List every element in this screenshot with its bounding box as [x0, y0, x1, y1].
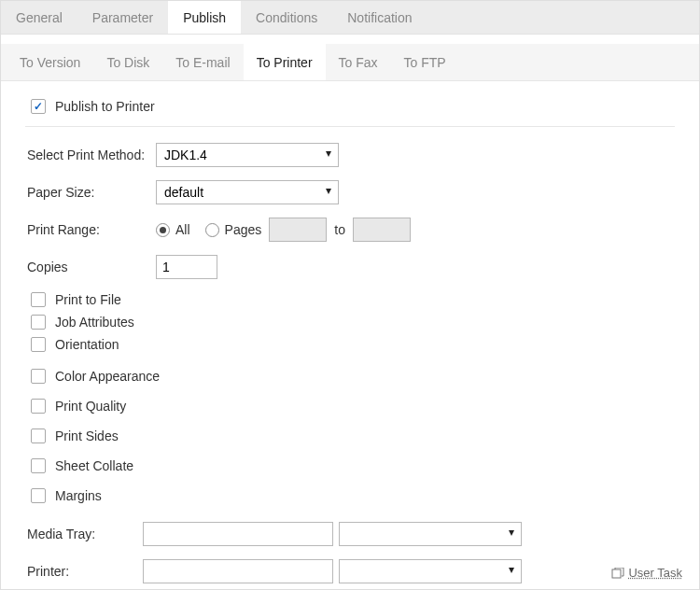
label-margins: Margins — [55, 488, 102, 503]
label-all: All — [175, 222, 190, 237]
tab-parameter[interactable]: Parameter — [77, 1, 168, 34]
select-print-method[interactable]: JDK1.4 — [156, 143, 339, 167]
label-color-appearance: Color Appearance — [55, 369, 160, 384]
label-print-method: Select Print Method: — [27, 148, 156, 162]
tab-to-fax[interactable]: To Fax — [326, 44, 391, 80]
select-paper-size[interactable]: default — [156, 180, 339, 204]
select-media-tray[interactable] — [339, 522, 522, 546]
tab-to-email[interactable]: To E-mail — [162, 44, 243, 80]
tab-to-printer[interactable]: To Printer — [244, 44, 326, 80]
label-printer: Printer: — [27, 564, 143, 579]
label-pages: Pages — [225, 222, 262, 237]
label-print-range: Print Range: — [27, 222, 156, 237]
label-to: to — [334, 222, 345, 237]
label-job-attributes: Job Attributes — [55, 315, 134, 330]
tab-to-disk[interactable]: To Disk — [93, 44, 162, 80]
check-color-appearance[interactable] — [31, 369, 46, 384]
label-orientation: Orientation — [55, 337, 119, 352]
row-media-tray: Media Tray: — [27, 519, 675, 549]
select-printer-wrap — [339, 559, 522, 583]
tab-to-ftp[interactable]: To FTP — [391, 44, 459, 80]
tab-to-ftp-label: To FTP — [404, 55, 446, 70]
user-task-icon — [611, 568, 624, 582]
checkbox-group-1: Print to File Job Attributes Orientation — [27, 289, 675, 355]
tabbar-secondary: To Version To Disk To E-mail To Printer … — [1, 44, 699, 81]
dialog-window: General Parameter Publish Conditions Not… — [0, 0, 700, 590]
svg-rect-0 — [612, 569, 621, 578]
select-print-method-wrap: JDK1.4 — [156, 143, 339, 167]
tab-notification[interactable]: Notification — [332, 1, 427, 34]
row-paper-size: Paper Size: default — [27, 177, 675, 207]
check-print-to-file[interactable] — [31, 292, 46, 307]
label-print-to-file: Print to File — [55, 292, 121, 307]
check-print-quality[interactable] — [31, 399, 46, 414]
input-range-from[interactable] — [269, 218, 327, 242]
tab-publish-label: Publish — [183, 10, 226, 25]
tab-parameter-label: Parameter — [92, 10, 153, 25]
tab-to-version-label: To Version — [20, 55, 80, 70]
tab-to-printer-label: To Printer — [257, 55, 313, 70]
tab-conditions-label: Conditions — [256, 10, 317, 25]
label-media-tray: Media Tray: — [27, 527, 143, 541]
label-sheet-collate: Sheet Collate — [55, 458, 133, 473]
check-job-attributes[interactable] — [31, 315, 46, 330]
row-print-method: Select Print Method: JDK1.4 — [27, 140, 675, 170]
publish-to-printer-row: Publish to Printer — [25, 92, 675, 127]
select-paper-size-wrap: default — [156, 180, 339, 204]
radio-print-range-all[interactable] — [156, 223, 170, 237]
input-printer[interactable] — [143, 559, 333, 583]
check-sheet-collate[interactable] — [31, 458, 46, 473]
tab-to-version[interactable]: To Version — [7, 44, 93, 80]
check-margins[interactable] — [31, 488, 46, 503]
input-media-tray[interactable] — [143, 522, 333, 546]
tab-publish[interactable]: Publish — [168, 1, 241, 34]
tab-conditions[interactable]: Conditions — [241, 1, 332, 34]
check-orientation[interactable] — [31, 337, 46, 352]
tabbar-primary: General Parameter Publish Conditions Not… — [1, 1, 699, 35]
checkbox-group-2: Color Appearance Print Quality Print Sid… — [27, 362, 675, 510]
user-task-link[interactable]: User Task — [628, 566, 682, 580]
tab-to-fax-label: To Fax — [339, 55, 378, 70]
label-paper-size: Paper Size: — [27, 185, 156, 200]
select-printer[interactable] — [339, 559, 522, 583]
label-print-sides: Print Sides — [55, 428, 119, 443]
publish-to-printer-checkbox[interactable] — [31, 99, 46, 114]
label-copies: Copies — [27, 260, 156, 274]
tab-to-email-label: To E-mail — [175, 55, 230, 70]
row-print-range: Print Range: All Pages to — [27, 215, 675, 245]
radio-print-range-pages[interactable] — [205, 223, 219, 237]
tab-general[interactable]: General — [1, 1, 77, 34]
check-print-sides[interactable] — [31, 428, 46, 443]
tab-general-label: General — [16, 10, 63, 25]
input-range-to[interactable] — [353, 218, 411, 242]
label-print-quality: Print Quality — [55, 399, 126, 414]
row-printer: Printer: — [27, 556, 675, 586]
input-copies[interactable] — [156, 255, 217, 279]
footer: User Task — [611, 566, 682, 582]
tab-notification-label: Notification — [347, 10, 412, 25]
publish-to-printer-panel: Publish to Printer Select Print Method: … — [1, 81, 699, 586]
select-media-tray-wrap — [339, 522, 522, 546]
printer-form: Select Print Method: JDK1.4 Paper Size: … — [25, 140, 675, 586]
tab-to-disk-label: To Disk — [106, 55, 149, 70]
publish-to-printer-label: Publish to Printer — [55, 99, 155, 114]
row-copies: Copies — [27, 252, 675, 282]
